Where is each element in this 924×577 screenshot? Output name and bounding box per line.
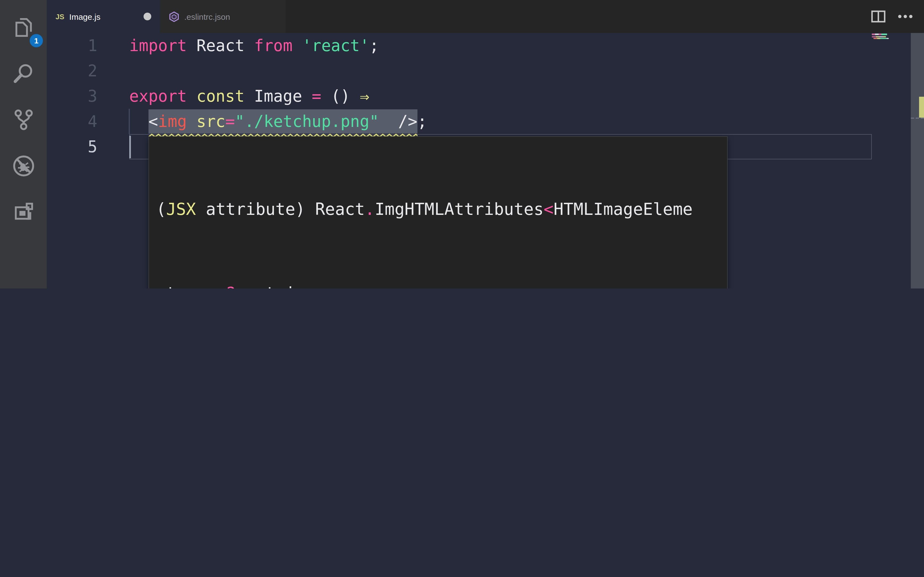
git-branch-icon [11,108,36,132]
sidebar-item-debug[interactable] [0,143,47,189]
line-number: 1 [47,33,97,58]
split-editor-button[interactable] [871,10,885,23]
tab-label: .eslintrc.json [184,12,277,21]
tab-image-js[interactable]: JS Image.js [47,0,160,33]
modified-dot-icon[interactable] [144,13,151,20]
vertical-scrollbar[interactable] [911,33,924,288]
tab-eslintrc-json[interactable]: .eslintrc.json [160,0,286,33]
minimap-code-line [873,38,889,39]
sidebar-item-extensions[interactable] [0,189,47,235]
minimap-code-line [872,34,887,35]
activity-bar: 1 [0,0,47,288]
line-number: 2 [47,58,97,84]
hover-signature: (JSX attribute) React.ImgHTMLAttributes<… [149,137,727,288]
split-editor-icon [871,10,885,23]
code-line[interactable]: 1 import React from 'react'; [47,33,924,58]
code-editor[interactable]: 1 import React from 'react'; 2 3 export … [47,33,924,288]
tab-label: Image.js [69,12,139,21]
line-number-active: 5 [47,134,97,160]
eslint-icon [169,11,179,22]
sidebar-item-search[interactable] [0,50,47,97]
minimap-code-line [872,36,886,37]
tab-bar: JS Image.js .eslintrc.json [47,0,924,33]
vscode-window: 1 [0,0,924,288]
hover-popup: (JSX attribute) React.ImgHTMLAttributes<… [149,136,728,288]
code-line[interactable]: 3 export const Image = () ⇒ [47,84,924,109]
debug-no-bug-icon [11,153,36,179]
sidebar-item-explorer[interactable]: 1 [0,5,47,50]
minimap-slider-edge [911,118,924,119]
search-icon [11,61,36,86]
editor-actions [871,0,924,33]
ellipsis-icon [898,14,913,19]
code-line[interactable]: 4 <img src="./ketchup.png" />; [47,109,924,134]
warning-overview-marker [919,97,924,118]
code-line[interactable]: 2 [47,58,924,84]
line-number: 3 [47,84,97,109]
js-file-icon: JS [55,12,65,21]
line-number: 4 [47,109,97,134]
sidebar-item-source-control[interactable] [0,97,47,143]
selection-highlight: <img src="./ketchup.png" /> [149,110,417,134]
extensions-icon [11,200,36,224]
more-actions-button[interactable] [898,14,913,19]
explorer-badge: 1 [30,34,43,47]
